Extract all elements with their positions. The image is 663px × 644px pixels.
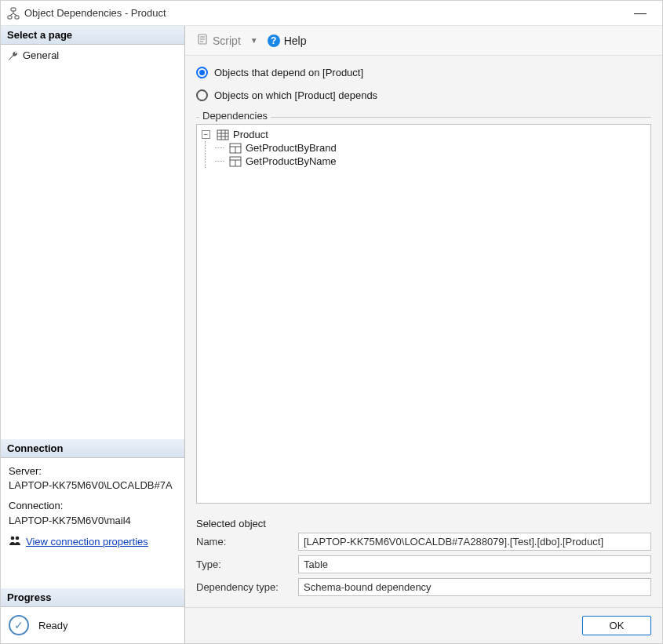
svg-rect-2 <box>15 16 19 19</box>
progress-header: Progress <box>1 588 184 607</box>
script-label: Script <box>213 35 241 47</box>
page-list: General <box>1 45 184 66</box>
minimize-button[interactable]: — <box>625 2 656 24</box>
type-label: Type: <box>196 558 290 570</box>
dependency-tree[interactable]: − Product <box>196 124 651 504</box>
dependency-type-label: Dependency type: <box>196 581 290 593</box>
left-pane: Select a page General Connection Server:… <box>1 26 185 643</box>
titlebar: Object Dependencies - Product — <box>1 1 662 26</box>
dialog-window: Object Dependencies - Product — Select a… <box>0 0 663 644</box>
progress-status-row: ✓ Ready <box>1 607 184 643</box>
users-icon <box>9 534 21 551</box>
help-icon: ? <box>268 35 280 47</box>
tree-children: GetProductByBrand GetPr <box>205 141 647 168</box>
selected-object-block: Selected object Name: [LAPTOP-KK75M6V0\L… <box>196 511 651 601</box>
dependencies-group-label: Dependencies <box>199 110 271 122</box>
svg-rect-0 <box>11 8 16 11</box>
tree-collapse-toggle[interactable]: − <box>202 130 210 139</box>
script-icon <box>196 33 209 48</box>
connection-label: Connection: <box>9 499 177 513</box>
tree-child-label: GetProductByBrand <box>246 142 337 154</box>
radio-depend-on-label: Objects that depend on [Product] <box>214 67 363 78</box>
dependencies-icon <box>7 7 20 20</box>
procedure-icon <box>229 156 242 167</box>
dependency-type-value[interactable]: Schema-bound dependency <box>298 578 651 596</box>
svg-line-4 <box>10 13 14 16</box>
selected-object-title: Selected object <box>196 518 651 529</box>
toolbar: Script ▼ ? Help <box>185 26 662 56</box>
procedure-icon <box>229 143 242 154</box>
window-title: Object Dependencies - Product <box>24 7 625 19</box>
dependencies-group: Dependencies − Product <box>196 117 651 504</box>
help-label: Help <box>284 35 307 47</box>
radio-depends[interactable]: Objects on which [Product] depends <box>196 88 651 103</box>
script-dropdown-arrow[interactable]: ▼ <box>249 36 260 45</box>
check-icon: ✓ <box>9 615 29 635</box>
radio-depends-label: Objects on which [Product] depends <box>214 89 377 101</box>
page-item-label: General <box>23 49 59 61</box>
connection-header: Connection <box>1 439 184 458</box>
name-label: Name: <box>196 536 290 548</box>
tree-child-node[interactable]: GetProductByName <box>215 155 647 168</box>
svg-rect-12 <box>217 130 228 140</box>
right-pane: Script ▼ ? Help Objects that depend on [… <box>185 26 662 643</box>
help-button[interactable]: ? Help <box>263 32 311 49</box>
ok-button[interactable]: OK <box>582 616 651 635</box>
progress-status-text: Ready <box>38 620 68 631</box>
connection-info: Server: LAPTOP-KK75M6V0\LOCALDB#7A Conne… <box>1 458 184 557</box>
server-label: Server: <box>9 464 177 478</box>
type-value[interactable]: Table <box>298 555 651 573</box>
tree-child-label: GetProductByName <box>246 155 337 167</box>
radio-icon-selected <box>196 67 208 78</box>
tree-root-label: Product <box>233 129 268 140</box>
view-connection-properties-link[interactable]: View connection properties <box>26 535 148 549</box>
tree-root-node[interactable]: − Product <box>200 128 647 141</box>
svg-point-7 <box>16 537 20 540</box>
page-item-general[interactable]: General <box>1 48 184 63</box>
svg-point-6 <box>11 537 15 540</box>
table-icon <box>217 129 229 140</box>
script-button[interactable]: Script <box>191 31 246 50</box>
content-area: Objects that depend on [Product] Objects… <box>185 56 662 607</box>
select-page-header: Select a page <box>1 26 184 45</box>
server-value: LAPTOP-KK75M6V0\LOCALDB#7A <box>9 478 177 493</box>
radio-depend-on[interactable]: Objects that depend on [Product] <box>196 65 651 80</box>
connection-value: LAPTOP-KK75M6V0\mail4 <box>9 514 177 528</box>
tree-child-node[interactable]: GetProductByBrand <box>215 141 647 155</box>
name-value[interactable]: [LAPTOP-KK75M6V0\LOCALDB#7A288079].[Test… <box>298 533 651 551</box>
dialog-footer: OK <box>185 607 662 643</box>
svg-rect-1 <box>8 16 12 19</box>
svg-line-5 <box>13 13 17 16</box>
wrench-icon <box>7 50 18 61</box>
radio-icon-unselected <box>196 89 208 101</box>
